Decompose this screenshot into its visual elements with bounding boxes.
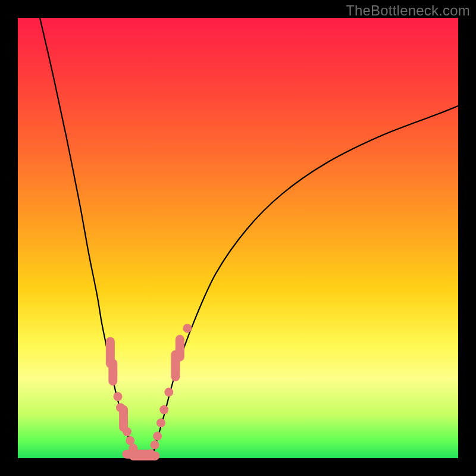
marker-dot <box>159 405 168 414</box>
marker-dot <box>146 449 155 458</box>
chart-overlay <box>18 18 458 458</box>
marker-dot <box>123 427 131 436</box>
marker-dot <box>151 440 159 449</box>
marker-dot <box>183 324 192 333</box>
marker-dot <box>156 418 165 427</box>
bottleneck-curve <box>40 18 458 457</box>
marker-pill <box>108 359 117 386</box>
marker-dot <box>153 432 162 441</box>
marker-dot <box>164 388 173 397</box>
outer-frame: TheBottleneck.com <box>0 0 476 476</box>
marker-dot <box>114 392 123 401</box>
markers-group <box>106 324 192 461</box>
watermark-text: TheBottleneck.com <box>346 2 470 19</box>
marker-pill <box>176 335 184 362</box>
curve-group <box>40 18 458 457</box>
